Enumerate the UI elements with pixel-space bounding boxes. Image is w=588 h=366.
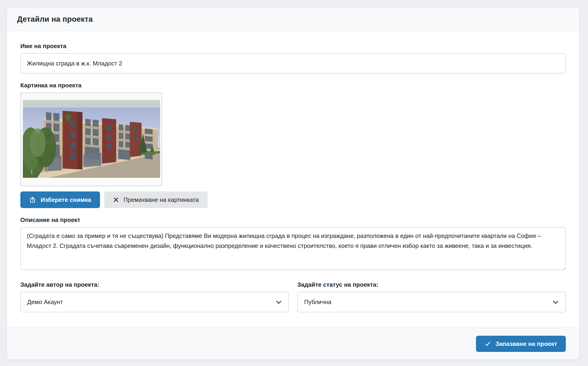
image-preview-dropzone[interactable] <box>20 92 162 186</box>
choose-image-label: Изберете снимка <box>41 196 91 204</box>
project-description-label: Описание на проект <box>20 216 566 224</box>
project-status-value: Публична <box>304 298 331 306</box>
project-name-input[interactable] <box>20 53 566 74</box>
project-status-column: Задайте статус на проекта: Публична <box>297 281 566 312</box>
project-image-label: Картинка на проекта <box>20 82 566 89</box>
project-details-card: Детайли на проекта Име на проекта Картин… <box>7 8 579 359</box>
project-image-group: Картинка на проекта <box>20 82 566 208</box>
card-footer: Запазване на проект <box>7 328 579 359</box>
remove-image-label: Премахване на картинката <box>124 196 199 204</box>
page-title: Детайли на проекта <box>17 15 93 23</box>
project-author-label: Задайте автор на проекта: <box>20 281 289 288</box>
project-author-column: Задайте автор на проекта: Демо Акаунт <box>20 281 289 312</box>
save-project-label: Запазване на проект <box>495 340 557 348</box>
author-status-row: Задайте автор на проекта: Демо Акаунт За… <box>20 281 566 312</box>
project-author-value: Демо Акаунт <box>27 298 63 306</box>
chevron-down-icon <box>552 299 559 305</box>
chevron-down-icon <box>276 299 282 305</box>
remove-image-button[interactable]: Премахване на картинката <box>104 191 208 208</box>
card-header: Детайли на проекта <box>7 8 579 31</box>
project-status-select[interactable]: Публична <box>297 292 566 312</box>
project-name-label: Име на проекта <box>20 43 566 50</box>
project-description-textarea[interactable]: (Сградата е само за пример и тя не същес… <box>20 227 566 270</box>
project-status-label: Задайте статус на проекта: <box>297 281 566 288</box>
project-image-preview <box>23 95 160 178</box>
x-icon <box>113 197 119 203</box>
check-icon <box>485 341 491 347</box>
image-buttons-row: Изберете снимка Премахване на картинката <box>20 191 566 208</box>
card-body: Име на проекта Картинка на проекта <box>7 31 579 328</box>
project-name-group: Име на проекта <box>20 43 566 74</box>
project-description-group: Описание на проект (Сградата е само за п… <box>20 216 566 271</box>
save-project-button[interactable]: Запазване на проект <box>476 336 566 352</box>
choose-image-button[interactable]: Изберете снимка <box>20 191 100 208</box>
project-author-select[interactable]: Демо Акаунт <box>20 292 289 312</box>
upload-icon <box>29 196 36 203</box>
